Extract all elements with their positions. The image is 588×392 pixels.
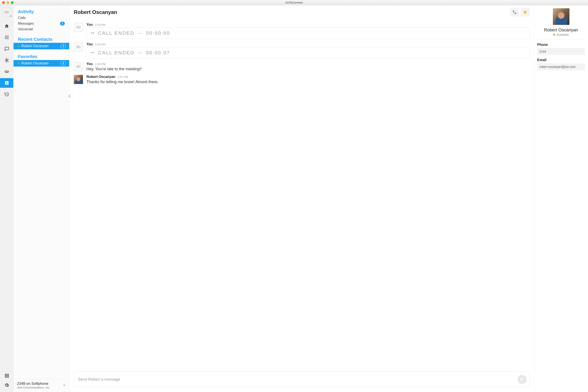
call-ended-icon xyxy=(90,50,95,55)
nav-home[interactable] xyxy=(0,22,13,31)
close-window-button[interactable] xyxy=(2,1,5,4)
minimize-window-button[interactable] xyxy=(6,1,9,4)
current-user-avatar[interactable]: SD xyxy=(2,8,11,16)
sidebar-collapse-handle[interactable]: || xyxy=(66,90,72,102)
favorite-button[interactable] xyxy=(521,8,530,16)
sidebar: Activity Calls Messages 1 Voicemail Rece… xyxy=(14,5,70,392)
presence-dot-icon xyxy=(10,15,12,17)
contact-photo xyxy=(553,8,570,25)
sidebar-item-label: Calls xyxy=(18,16,26,20)
svg-point-5 xyxy=(8,37,8,38)
message-row: SD You 1:04 PM Hey. You're late to the m… xyxy=(74,62,530,71)
message-row: SD You 1:03 PM CALL ENDED — 00:00:00 xyxy=(74,23,530,39)
svg-rect-27 xyxy=(5,377,6,378)
send-button[interactable] xyxy=(518,375,527,384)
svg-rect-29 xyxy=(8,377,9,378)
phone-icon xyxy=(512,10,517,14)
nav-meetings[interactable] xyxy=(0,56,13,65)
conversation-pane: Robert Oscanyan SD You 1:03 PM xyxy=(70,5,534,392)
window-controls xyxy=(2,1,14,4)
svg-point-15 xyxy=(8,61,9,62)
contact-info-panel: Robert Oscanyan Available Phone 2144 Ema… xyxy=(534,5,588,392)
nav-settings[interactable] xyxy=(4,383,9,388)
apps-grid-icon xyxy=(4,373,9,378)
favorite-contact-row[interactable]: Robert Oscanyan 1 xyxy=(14,60,69,66)
divider xyxy=(537,40,585,40)
presence-label: Available xyxy=(556,33,569,36)
window-title: GoToConnect xyxy=(0,1,588,4)
avatar-initials: SD xyxy=(74,23,83,32)
message-time: 1:07 PM xyxy=(118,75,128,78)
message-sender: You xyxy=(86,42,93,46)
nav-rail: SD xyxy=(0,5,14,392)
svg-point-16 xyxy=(5,71,6,72)
contact-name: Robert Oscanyan xyxy=(22,44,49,48)
section-recent-title[interactable]: Recent Contacts xyxy=(14,35,69,43)
separator: — xyxy=(138,50,143,56)
contact-presence: Available xyxy=(537,33,585,36)
svg-point-14 xyxy=(5,61,6,62)
sidebar-item-label: Messages xyxy=(18,22,34,26)
svg-point-1 xyxy=(6,36,7,36)
sidebar-item-label: Voicemail xyxy=(18,27,33,31)
zoom-window-button[interactable] xyxy=(11,1,14,4)
call-ended-card: CALL ENDED — 00:00:07 xyxy=(86,47,530,58)
nav-voicemail[interactable] xyxy=(0,67,13,76)
svg-rect-22 xyxy=(6,374,8,375)
svg-rect-28 xyxy=(6,377,8,378)
presence-dot-icon xyxy=(553,34,555,36)
message-input[interactable] xyxy=(78,377,515,382)
svg-point-7 xyxy=(6,38,7,39)
star-icon xyxy=(523,10,527,14)
svg-point-3 xyxy=(5,37,6,38)
email-value[interactable]: robert.oscanyan@jive.com xyxy=(537,63,585,70)
separator: — xyxy=(138,30,143,36)
collapse-icon: || xyxy=(68,94,70,98)
svg-point-12 xyxy=(5,59,6,59)
recent-contact-row[interactable]: Robert Oscanyan 1 xyxy=(14,43,69,49)
presence-dot-icon xyxy=(18,62,20,64)
svg-point-11 xyxy=(6,62,7,63)
svg-point-10 xyxy=(6,58,7,58)
call-duration: 00:00:00 xyxy=(146,30,170,36)
svg-point-6 xyxy=(5,38,6,39)
message-time: 1:04 PM xyxy=(95,62,106,66)
svg-point-8 xyxy=(8,38,8,39)
call-ended-label: CALL ENDED xyxy=(98,50,134,56)
history-icon xyxy=(4,92,10,97)
snowflake-icon xyxy=(4,58,10,63)
contact-name: Robert Oscanyan xyxy=(22,61,49,65)
message-time: 1:03 PM xyxy=(95,23,106,26)
window-titlebar: GoToConnect xyxy=(0,0,588,5)
section-activity-title[interactable]: Activity xyxy=(14,8,69,15)
message-sender: You xyxy=(86,23,93,27)
section-favorites-title[interactable]: Favorites xyxy=(14,52,69,60)
message-sender: Robert Oscanyan xyxy=(86,75,115,79)
line-selector[interactable]: 2349 on Softphone Jive Communications, I… xyxy=(14,379,69,392)
call-ended-icon xyxy=(90,31,95,36)
chat-icon xyxy=(4,46,10,52)
unread-badge: 1 xyxy=(60,44,66,48)
avatar-photo xyxy=(74,75,83,84)
gear-icon xyxy=(4,383,9,388)
nav-contacts[interactable] xyxy=(0,78,13,88)
svg-rect-23 xyxy=(8,374,9,375)
send-icon xyxy=(520,378,524,381)
sidebar-item-calls[interactable]: Calls xyxy=(14,15,69,21)
nav-dialpad[interactable] xyxy=(0,33,13,42)
svg-point-2 xyxy=(8,36,8,36)
presence-dot-icon xyxy=(18,45,20,47)
message-row: SD You 1:04 PM CALL ENDED — 00:00:07 xyxy=(74,42,530,58)
nav-chat[interactable] xyxy=(0,44,13,54)
contact-name: Robert Oscanyan xyxy=(537,28,585,32)
avatar-initials: SD xyxy=(74,42,83,52)
sidebar-item-messages[interactable]: Messages 1 xyxy=(14,21,69,26)
call-button[interactable] xyxy=(510,8,519,16)
message-text: Thanks for letting me know! Almost there… xyxy=(86,80,530,84)
nav-apps[interactable] xyxy=(4,373,9,379)
message-composer xyxy=(74,372,530,387)
sidebar-item-voicemail[interactable]: Voicemail xyxy=(14,26,69,32)
nav-history[interactable] xyxy=(0,90,13,99)
message-sender: You xyxy=(86,62,93,66)
phone-value[interactable]: 2144 xyxy=(537,48,585,55)
